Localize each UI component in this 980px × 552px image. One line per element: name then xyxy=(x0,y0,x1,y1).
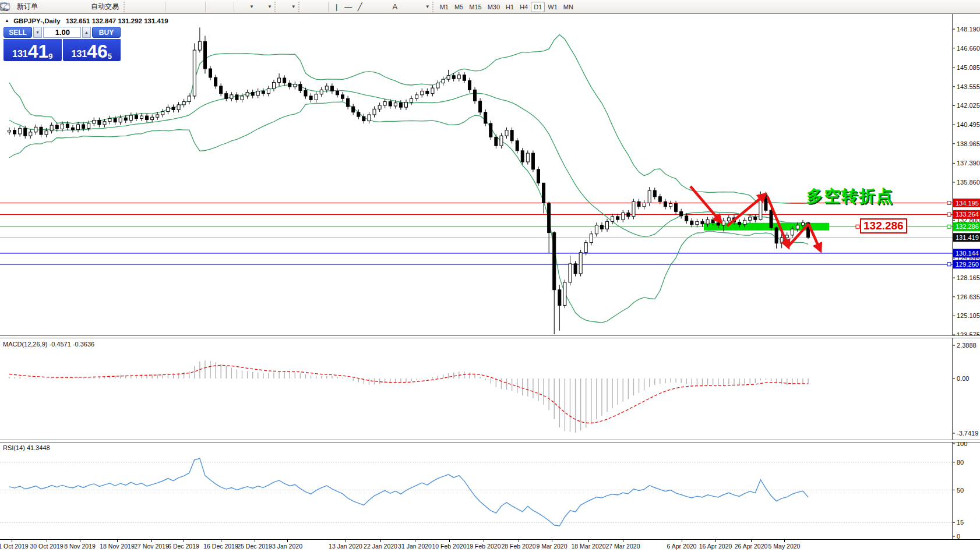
text-tool-icon[interactable]: A xyxy=(390,2,400,12)
text-label-tool-icon[interactable]: T xyxy=(401,2,412,12)
hline-anchor[interactable] xyxy=(947,201,951,205)
trendline-tool-icon[interactable]: ╱ xyxy=(355,2,365,12)
candle-body-bull xyxy=(579,253,582,274)
sell-button[interactable]: SELL xyxy=(3,27,32,38)
price-tick-label: 145.085 xyxy=(957,64,980,71)
fibonacci-tool-icon[interactable]: F xyxy=(378,2,389,12)
candle-body-bull xyxy=(590,234,593,243)
chart-macd-pane[interactable]: 2.38880.00-3.7419 xyxy=(0,338,980,440)
line-chart-icon[interactable] xyxy=(151,2,162,12)
volume-input[interactable]: 1.00 xyxy=(43,27,81,38)
timeframe-h1[interactable]: H1 xyxy=(503,2,517,12)
date-label: 22 Jan 2020 xyxy=(364,543,397,550)
periods-caret[interactable]: ▼ xyxy=(267,4,272,9)
candle-body-bull xyxy=(140,116,143,118)
timeframe-m30[interactable]: M30 xyxy=(485,2,503,12)
price-box-anchor[interactable] xyxy=(856,225,859,228)
tile-windows-icon[interactable] xyxy=(192,2,202,12)
candle-body-bull xyxy=(77,125,80,130)
trend-arrow[interactable] xyxy=(690,186,721,222)
timeframe-h4[interactable]: H4 xyxy=(517,2,531,12)
sell-price-box[interactable]: 131419 xyxy=(3,39,62,61)
candle-body-bear xyxy=(347,98,350,107)
indicators-icon[interactable] xyxy=(279,2,290,12)
candle-body-bear xyxy=(484,112,487,123)
timeframe-m1[interactable]: M1 xyxy=(437,2,452,12)
search-icon[interactable] xyxy=(952,2,963,12)
horizontal-line-tool-icon[interactable]: — xyxy=(343,2,354,12)
hline-anchor[interactable] xyxy=(947,225,951,228)
volume-decrease-button[interactable]: ▼ xyxy=(33,27,42,38)
price-tick-label: 128.165 xyxy=(957,274,980,281)
chart-main-pane[interactable]: 148.190146.660145.085143.555142.025140.4… xyxy=(0,14,980,335)
timeframe-mn[interactable]: MN xyxy=(560,2,576,12)
rsi-axis-label: 80 xyxy=(957,459,964,466)
candle-body-bull xyxy=(93,121,96,123)
hline-anchor[interactable] xyxy=(947,263,951,266)
crosshair-icon[interactable] xyxy=(315,2,325,12)
date-tick xyxy=(715,540,716,542)
buy-price-box[interactable]: 131465 xyxy=(63,39,121,61)
chart-shift-icon[interactable] xyxy=(220,2,231,12)
date-label: 31 Jan 2020 xyxy=(398,543,432,550)
candle-body-bear xyxy=(214,77,217,86)
timeframe-m15[interactable]: M15 xyxy=(466,2,484,12)
candlestick-chart-icon[interactable] xyxy=(140,2,150,12)
candle-body-bear xyxy=(330,86,333,91)
signals-icon[interactable] xyxy=(65,2,75,12)
candle-body-bear xyxy=(574,264,577,274)
date-tick xyxy=(221,540,221,542)
macd-label: MACD(12,26,9) -0.4571 -0.3636 xyxy=(3,341,94,348)
timeframe-m5[interactable]: M5 xyxy=(452,2,466,12)
periods-clock-icon[interactable] xyxy=(255,2,266,12)
cursor-icon[interactable] xyxy=(303,2,313,12)
vertical-line-tool-icon[interactable]: | xyxy=(332,2,342,12)
buy-button[interactable]: BUY xyxy=(92,27,121,38)
candle-body-bear xyxy=(553,233,556,290)
auto-scroll-icon[interactable] xyxy=(209,2,219,12)
candle-body-bear xyxy=(399,103,402,107)
chat-icon[interactable] xyxy=(964,2,974,12)
arrows-tool-icon[interactable] xyxy=(413,2,424,12)
collapse-triangle-icon[interactable]: ▲ xyxy=(5,18,9,23)
charts-window-icon[interactable] xyxy=(41,2,52,12)
profiles-icon[interactable] xyxy=(53,2,64,12)
zoom-out-icon[interactable] xyxy=(180,2,191,12)
turning-point-annotation[interactable]: 多空转折点 xyxy=(806,185,894,207)
auto-trading-label: 自动交易 xyxy=(91,2,119,12)
volume-increase-button[interactable]: ▲ xyxy=(82,27,91,38)
timeframe-w1[interactable]: W1 xyxy=(545,2,560,12)
chart-window: ▲ GBPJPY-,Daily 132.651 132.847 131.292 … xyxy=(0,14,980,552)
candle-body-bear xyxy=(531,153,534,169)
candle-body-bear xyxy=(658,197,661,202)
date-label: 3 Jan 2020 xyxy=(272,543,302,550)
price-tick-label: 126.635 xyxy=(957,293,980,300)
candle-body-bear xyxy=(664,201,667,207)
timeframe-bar: M1M5M15M30H1H4D1W1MN xyxy=(437,2,576,12)
price-tick-label: 123.575 xyxy=(957,331,980,335)
candle-body-bear xyxy=(357,112,360,116)
candle-body-bull xyxy=(193,50,196,96)
price-level-box-annotation[interactable]: 132.286 xyxy=(860,218,907,233)
auto-trading-button[interactable]: 自动交易 xyxy=(76,1,121,13)
candle-body-bull xyxy=(706,220,709,224)
arrows-caret[interactable]: ▼ xyxy=(425,4,430,9)
zoom-in-icon[interactable] xyxy=(168,2,179,12)
date-tick xyxy=(519,540,519,542)
hline-anchor[interactable] xyxy=(947,213,951,216)
candle-body-bear xyxy=(489,123,492,137)
candle-body-bull xyxy=(796,225,799,229)
timeframe-d1[interactable]: D1 xyxy=(531,2,545,12)
channel-tool-icon[interactable]: E xyxy=(366,2,377,12)
new-chart-caret[interactable]: ▼ xyxy=(249,4,254,9)
indicators-caret[interactable]: ▼ xyxy=(291,4,296,9)
new-chart-button[interactable] xyxy=(237,2,248,12)
date-axis[interactable]: 21 Oct 201930 Oct 20198 Nov 201918 Nov 2… xyxy=(0,539,980,552)
candle-body-bear xyxy=(775,228,778,243)
candle-body-bull xyxy=(611,217,614,222)
chart-rsi-pane[interactable]: 1008050150 xyxy=(0,442,980,539)
date-label: 6 Dec 2019 xyxy=(168,543,199,550)
buy-price-pip: 5 xyxy=(108,52,112,61)
rsi-axis-label: 0 xyxy=(957,533,960,539)
bar-chart-icon[interactable] xyxy=(128,2,139,12)
